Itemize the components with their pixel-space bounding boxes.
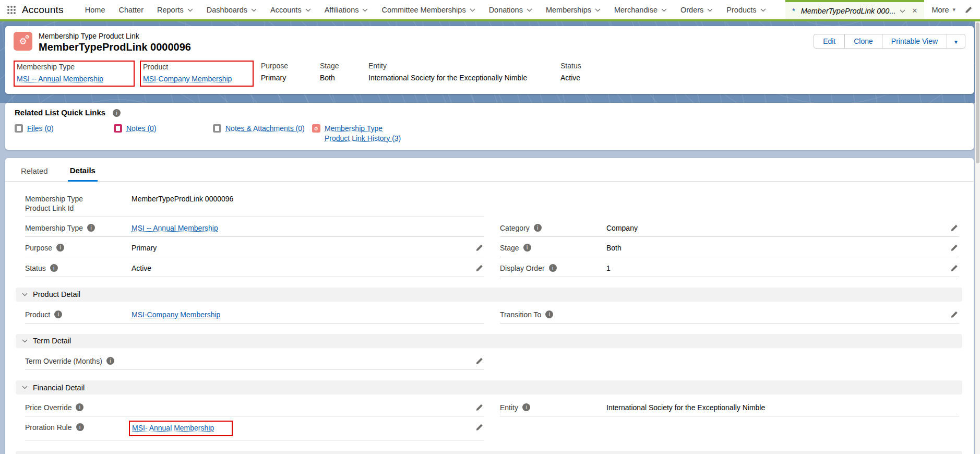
chevron-down-icon[interactable] (900, 9, 905, 13)
highlight-value-link[interactable]: MSI-Company Membership (143, 75, 247, 83)
section-title: Financial Detail (33, 384, 85, 392)
edit-button[interactable]: Edit (814, 34, 845, 49)
nav-tab-committee-memberships[interactable]: Committee Memberships (375, 0, 482, 19)
inline-edit-pencil-icon[interactable] (475, 403, 484, 411)
clone-button[interactable]: Clone (844, 34, 882, 49)
chevron-down-icon[interactable] (595, 8, 601, 12)
nav-tab-merchandise[interactable]: Merchandise (607, 0, 674, 19)
info-icon[interactable]: i (545, 310, 553, 318)
section-header-financial-detail[interactable]: Financial Detail (16, 380, 962, 395)
quick-link-membership-type-product-link-history-3: ⚙Membership Type Product Link History (3… (312, 124, 408, 144)
section-header-product-detail[interactable]: Product Detail (16, 288, 962, 302)
chevron-down-icon[interactable] (187, 8, 193, 12)
quick-link-anchor[interactable]: Files (0) (27, 124, 54, 134)
nav-tab-accounts[interactable]: Accounts (264, 0, 318, 19)
info-icon[interactable]: i (549, 264, 557, 272)
quick-link-files-0: Files (0) (15, 124, 114, 134)
inline-edit-pencil-icon[interactable] (950, 310, 959, 318)
nav-tab-dashboards[interactable]: Dashboards (200, 0, 264, 19)
nav-tab-home[interactable]: Home (78, 0, 112, 19)
app-name: Accounts (22, 4, 64, 16)
info-icon[interactable]: i (523, 244, 531, 252)
chevron-down-icon[interactable] (305, 8, 311, 12)
edit-navigation-pencil-icon[interactable] (963, 4, 975, 16)
chevron-down-icon[interactable] (527, 8, 532, 12)
nav-tab-label: MemberTypeProdLink 000... (801, 7, 896, 15)
detail-field-status: StatusiActive (25, 260, 484, 277)
highlight-inner: PurposePrimary (259, 61, 313, 85)
quick-link-notes-attachments-0: Notes & Attachments (0) (213, 124, 312, 134)
info-icon[interactable]: i (534, 224, 542, 232)
nav-tab-label: Merchandise (614, 6, 658, 14)
highlight-value-link[interactable]: MSI -- Annual Membership (17, 75, 128, 83)
chevron-down-icon[interactable] (362, 8, 368, 12)
field-value-link[interactable]: MSI-Company Membership (132, 310, 220, 319)
nav-tab-membertypeprodlink-active[interactable]: * MemberTypeProdLink 000... ✕ (785, 0, 924, 19)
section-header-community-hub-detail[interactable]: Community Hub Detail (16, 451, 962, 454)
section-header-term-detail[interactable]: Term Detail (16, 334, 962, 348)
info-icon[interactable]: i (54, 310, 62, 318)
detail-field-category: CategoryiCompany (500, 220, 959, 237)
inline-edit-pencil-icon[interactable] (475, 357, 484, 365)
nav-tab-label: Reports (157, 6, 184, 14)
info-icon[interactable]: i (113, 109, 121, 117)
close-tab-icon[interactable]: ✕ (912, 7, 918, 15)
chevron-down-icon[interactable] (251, 8, 257, 12)
section-chevron-down-icon[interactable] (22, 339, 28, 343)
section-chevron-down-icon[interactable] (22, 386, 28, 389)
field-value-link[interactable]: MSI -- Annual Membership (132, 224, 218, 232)
field-value-link[interactable]: MSI- Annual Membership (132, 424, 214, 432)
nav-more-menu[interactable]: More ▾ (924, 6, 963, 14)
nav-tab-memberships[interactable]: Memberships (539, 0, 607, 19)
printable-view-button[interactable]: Printable View (882, 34, 947, 49)
highlight-inner: StageBoth (318, 61, 361, 85)
chevron-down-icon[interactable] (707, 8, 713, 12)
nav-tab-products[interactable]: Products (720, 0, 772, 19)
object-label: Membership Type Product Link (39, 32, 191, 40)
section-chevron-down-icon[interactable] (22, 293, 28, 296)
info-icon[interactable]: i (76, 403, 83, 411)
detail-field-purpose: PurposeiPrimary (25, 240, 484, 257)
inline-edit-pencil-icon[interactable] (950, 244, 959, 252)
vertical-scrollbar[interactable] (975, 21, 980, 454)
section-rows-main: Membership Type Product Link IdMemberTyp… (16, 188, 962, 277)
annotation-red-box: ProductMSI-Company Membership (140, 61, 254, 87)
inline-edit-pencil-icon[interactable] (475, 264, 484, 272)
field-label: Status (25, 264, 46, 273)
field-label-wrap: Producti (25, 310, 132, 319)
chevron-down-icon[interactable] (661, 8, 667, 12)
tab-related[interactable]: Related (19, 166, 50, 182)
nav-tab-affiliations[interactable]: Affiliations (318, 0, 375, 19)
chevron-down-icon[interactable] (470, 8, 475, 12)
field-value: Active (132, 264, 471, 273)
info-icon[interactable]: i (76, 423, 84, 431)
inline-edit-pencil-icon[interactable] (950, 224, 959, 232)
more-actions-dropdown-button[interactable]: ▼ (947, 34, 965, 49)
quick-link-anchor[interactable]: Membership Type Product Link History (3) (325, 124, 408, 144)
scrollbar-thumb[interactable] (976, 22, 979, 163)
quick-link-anchor[interactable]: Notes & Attachments (0) (225, 124, 305, 134)
nav-tab-chatter[interactable]: Chatter (112, 0, 150, 19)
nav-tab-donations[interactable]: Donations (482, 0, 539, 19)
info-icon[interactable]: i (87, 224, 95, 232)
inline-edit-pencil-icon[interactable] (950, 264, 959, 272)
inline-edit-pencil-icon[interactable] (475, 423, 484, 431)
info-icon[interactable]: i (522, 403, 530, 411)
quick-links-row: Files (0)Notes (0)Notes & Attachments (0… (15, 124, 964, 144)
nav-tab-reports[interactable]: Reports (150, 0, 200, 19)
tab-details[interactable]: Details (68, 166, 98, 182)
info-icon[interactable]: i (50, 264, 58, 272)
inline-edit-pencil-icon[interactable] (475, 244, 484, 252)
nav-tab-orders[interactable]: Orders (674, 0, 720, 19)
quick-link-anchor[interactable]: Notes (0) (126, 124, 157, 134)
info-icon[interactable]: i (106, 357, 114, 365)
app-launcher-icon[interactable] (7, 6, 16, 14)
highlight-label: Product (143, 63, 247, 71)
chevron-down-icon[interactable] (760, 8, 766, 12)
info-icon[interactable]: i (56, 244, 64, 252)
field-value: MSI-Company Membership (132, 310, 484, 319)
field-label-wrap: Membership Typei (25, 223, 132, 233)
nav-tab-label: Accounts (270, 6, 302, 14)
field-label: Purpose (25, 243, 52, 253)
highlight-value: Active (560, 74, 611, 82)
